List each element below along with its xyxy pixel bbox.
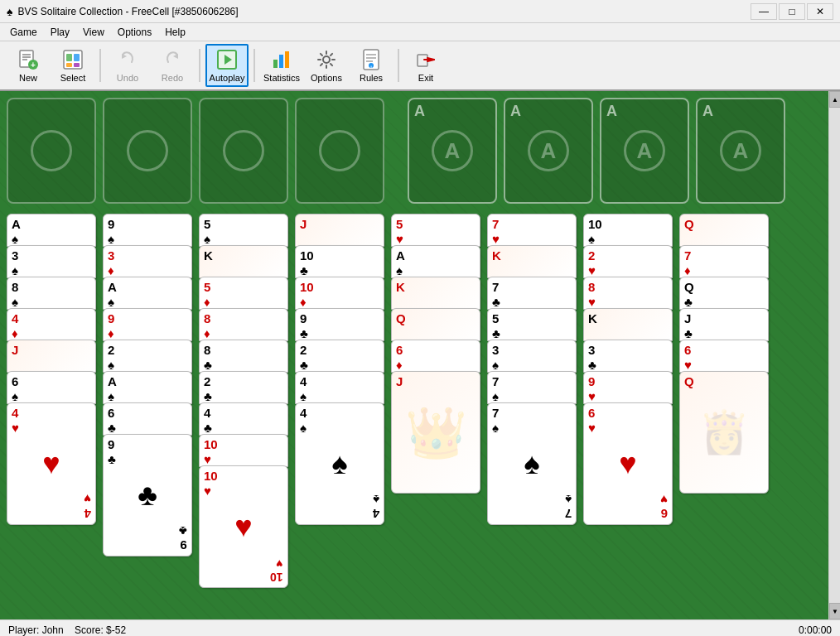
card-6-hearts-col8[interactable]: 6♥ <box>679 340 769 373</box>
free-cells <box>7 98 384 205</box>
options-button[interactable]: Options <box>305 44 348 87</box>
card-7-hearts-col6[interactable]: 7♥ <box>487 214 577 247</box>
card-9-clubs-col2[interactable]: 9♣ 9♣ ♣ <box>103 434 192 556</box>
toolbar-separator-3 <box>253 49 255 82</box>
card-3-spades-col1[interactable]: 3♠ <box>7 245 96 278</box>
player-info: Player: John Score: $-52 <box>8 624 126 636</box>
menu-help[interactable]: Help <box>158 25 192 40</box>
freecell-2[interactable] <box>103 98 192 204</box>
autoplay-button[interactable]: Autoplay <box>205 44 249 87</box>
card-4-spades2-col4[interactable]: 4♠ 4♠ ♠ <box>295 402 384 525</box>
card-10-clubs-col4[interactable]: 10♣ <box>295 245 384 278</box>
rules-button[interactable]: i Rules <box>350 44 393 87</box>
card-4-spades-col4[interactable]: 4♠ <box>295 371 384 404</box>
card-3-spades-col6[interactable]: 3♠ <box>487 340 577 373</box>
minimize-button[interactable]: — <box>751 3 777 20</box>
exit-icon <box>414 48 437 71</box>
card-10-diamonds-col4[interactable]: 10♦ <box>295 277 384 310</box>
card-a-spades-col1[interactable]: A♠ <box>7 214 96 247</box>
menubar: Game Play View Options Help <box>0 23 840 41</box>
undo-button[interactable]: Undo <box>106 44 149 87</box>
card-5-spades-col3[interactable]: 5♠ <box>199 214 288 247</box>
card-q-clubs-col8[interactable]: Q♣ <box>679 277 769 310</box>
redo-button[interactable]: Redo <box>151 44 194 87</box>
card-j-face2-col5[interactable]: J 👑 <box>391 371 480 494</box>
card-4-hearts-col1[interactable]: 4♥ 4♥ ♥ <box>7 402 96 525</box>
exit-button[interactable]: Exit <box>404 44 447 87</box>
card-k-face-col3[interactable]: K <box>199 245 288 278</box>
foundation-2-placeholder: A <box>528 130 569 171</box>
card-q-face-col5[interactable]: Q <box>391 308 480 341</box>
card-10-hearts-col3[interactable]: 10♥ <box>199 434 288 467</box>
freecell-4[interactable] <box>295 98 384 204</box>
card-2-spades-col2[interactable]: 2♠ <box>103 340 192 373</box>
scrollbar[interactable]: ▲ ▼ <box>828 91 840 619</box>
card-9-diamonds-col2[interactable]: 9♦ <box>103 308 192 341</box>
card-3-clubs-col7[interactable]: 3♣ <box>583 340 673 373</box>
card-q-face-col8[interactable]: Q <box>679 214 769 247</box>
card-10-hearts2-col3[interactable]: 10♥ 10♥ ♥ <box>199 465 288 588</box>
card-5-diamonds-col3[interactable]: 5♦ <box>199 277 288 310</box>
card-j-clubs-col8[interactable]: J♣ <box>679 308 769 341</box>
card-a-spades-col5[interactable]: A♠ <box>391 245 480 278</box>
game-area: A A A A A A A <box>0 91 840 619</box>
card-8-clubs-col3[interactable]: 8♣ <box>199 340 288 373</box>
menu-play[interactable]: Play <box>44 25 76 40</box>
maximize-button[interactable]: □ <box>779 3 805 20</box>
card-5-hearts-col5[interactable]: 5♥ <box>391 214 480 247</box>
toolbar-separator-4 <box>398 49 399 82</box>
card-k-face-col5[interactable]: K <box>391 277 480 310</box>
card-a-spades-col2[interactable]: A♠ <box>103 277 192 310</box>
card-2-clubs-col3[interactable]: 2♣ <box>199 371 288 404</box>
card-9-clubs-col4[interactable]: 9♣ <box>295 308 384 341</box>
card-7-diamonds-col8[interactable]: 7♦ <box>679 245 769 278</box>
card-8-hearts-col7[interactable]: 8♥ <box>583 277 673 310</box>
card-2-clubs-col4[interactable]: 2♣ <box>295 340 384 373</box>
card-4-diamonds-col1[interactable]: 4♦ <box>7 308 96 341</box>
card-3-diamonds-col2[interactable]: 3♦ <box>103 245 192 278</box>
options-label: Options <box>311 73 342 83</box>
card-j-face-col1[interactable]: J <box>7 340 96 373</box>
new-button[interactable]: + New <box>7 44 50 87</box>
foundation-4[interactable]: A A <box>696 98 785 204</box>
card-7-spades2-col6[interactable]: 7♠ 7♠ ♠ <box>487 402 577 525</box>
foundation-2[interactable]: A A <box>504 98 593 204</box>
card-10-spades-col7[interactable]: 10♠ <box>583 214 673 247</box>
close-button[interactable]: ✕ <box>807 3 833 20</box>
menu-view[interactable]: View <box>76 25 111 40</box>
card-2-hearts-col7[interactable]: 2♥ <box>583 245 673 278</box>
toolbar-separator-2 <box>199 49 200 82</box>
statistics-button[interactable]: Statistics <box>260 44 303 87</box>
column-5: 5♥ A♠ K Q 6♦ J 👑 <box>391 214 480 619</box>
card-7-clubs-col6[interactable]: 7♣ <box>487 277 577 310</box>
card-7-spades-col6[interactable]: 7♠ <box>487 371 577 404</box>
card-8-diamonds-col3[interactable]: 8♦ <box>199 308 288 341</box>
select-button[interactable]: Select <box>51 44 94 87</box>
undo-label: Undo <box>117 73 138 83</box>
freecell-3[interactable] <box>199 98 288 204</box>
foundation-3[interactable]: A A <box>600 98 689 204</box>
card-4-clubs-col3[interactable]: 4♣ <box>199 402 288 436</box>
card-k-face-col7[interactable]: K <box>583 308 673 341</box>
card-j-face-col4[interactable]: J <box>295 214 384 247</box>
card-6-diamonds-col5[interactable]: 6♦ <box>391 340 480 373</box>
card-5-clubs-col6[interactable]: 5♣ <box>487 308 577 341</box>
statistics-icon <box>270 48 293 71</box>
column-2: 9♠ 3♦ A♠ 9♦ 2♠ A♠ 6♣ 9♣ 9♣ ♣ <box>103 214 192 619</box>
card-k-face-col6[interactable]: K <box>487 245 577 278</box>
menu-options[interactable]: Options <box>111 25 158 40</box>
select-label: Select <box>60 73 86 83</box>
svg-point-18 <box>323 56 330 63</box>
card-6-clubs-col2[interactable]: 6♣ <box>103 402 192 436</box>
card-a-spades2-col2[interactable]: A♠ <box>103 371 192 404</box>
freecell-1[interactable] <box>7 98 96 204</box>
card-9-spades-col2[interactable]: 9♠ <box>103 214 192 247</box>
column-1: A♠ 3♠ 8♠ 4♦ J 6♠ 4♥ 4♥ ♥ <box>7 214 96 611</box>
foundation-1[interactable]: A A <box>408 98 497 204</box>
card-6-hearts-col7[interactable]: 6♥ 6♥ ♥ <box>583 402 673 525</box>
card-6-spades-col1[interactable]: 6♠ <box>7 371 96 404</box>
menu-game[interactable]: Game <box>3 25 44 40</box>
card-8-spades-col1[interactable]: 8♠ <box>7 277 96 310</box>
card-q-face2-col8[interactable]: Q 👸 <box>679 371 769 494</box>
card-9-hearts-col7[interactable]: 9♥ <box>583 371 673 404</box>
